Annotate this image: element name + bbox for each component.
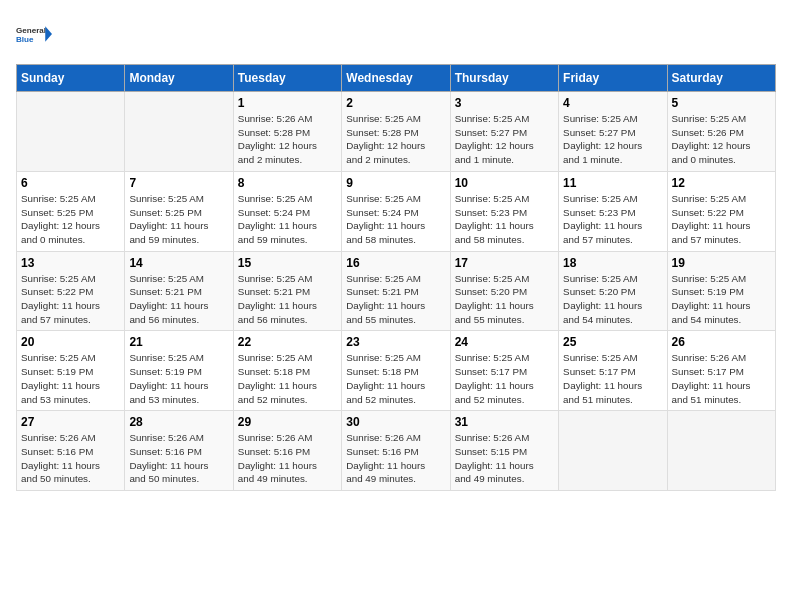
day-info: Sunrise: 5:25 AM Sunset: 5:17 PM Dayligh…	[455, 351, 554, 406]
day-number: 3	[455, 96, 554, 110]
weekday-header: Thursday	[450, 65, 558, 92]
svg-marker-2	[45, 26, 52, 41]
logo: GeneralBlue	[16, 16, 52, 52]
calendar-cell: 5Sunrise: 5:25 AM Sunset: 5:26 PM Daylig…	[667, 92, 775, 172]
day-info: Sunrise: 5:25 AM Sunset: 5:20 PM Dayligh…	[563, 272, 662, 327]
calendar-cell: 4Sunrise: 5:25 AM Sunset: 5:27 PM Daylig…	[559, 92, 667, 172]
calendar-cell: 13Sunrise: 5:25 AM Sunset: 5:22 PM Dayli…	[17, 251, 125, 331]
calendar-cell: 20Sunrise: 5:25 AM Sunset: 5:19 PM Dayli…	[17, 331, 125, 411]
day-info: Sunrise: 5:26 AM Sunset: 5:28 PM Dayligh…	[238, 112, 337, 167]
calendar-week-row: 13Sunrise: 5:25 AM Sunset: 5:22 PM Dayli…	[17, 251, 776, 331]
calendar-week-row: 6Sunrise: 5:25 AM Sunset: 5:25 PM Daylig…	[17, 171, 776, 251]
day-number: 31	[455, 415, 554, 429]
calendar-cell: 10Sunrise: 5:25 AM Sunset: 5:23 PM Dayli…	[450, 171, 558, 251]
day-number: 6	[21, 176, 120, 190]
day-number: 21	[129, 335, 228, 349]
calendar-cell	[125, 92, 233, 172]
day-number: 11	[563, 176, 662, 190]
weekday-header: Friday	[559, 65, 667, 92]
day-info: Sunrise: 5:25 AM Sunset: 5:20 PM Dayligh…	[455, 272, 554, 327]
logo-icon: GeneralBlue	[16, 16, 52, 52]
calendar-cell: 12Sunrise: 5:25 AM Sunset: 5:22 PM Dayli…	[667, 171, 775, 251]
day-info: Sunrise: 5:25 AM Sunset: 5:18 PM Dayligh…	[238, 351, 337, 406]
day-info: Sunrise: 5:25 AM Sunset: 5:19 PM Dayligh…	[672, 272, 771, 327]
day-number: 29	[238, 415, 337, 429]
day-info: Sunrise: 5:26 AM Sunset: 5:17 PM Dayligh…	[672, 351, 771, 406]
weekday-header: Saturday	[667, 65, 775, 92]
calendar-week-row: 20Sunrise: 5:25 AM Sunset: 5:19 PM Dayli…	[17, 331, 776, 411]
svg-text:Blue: Blue	[16, 35, 34, 44]
day-info: Sunrise: 5:26 AM Sunset: 5:16 PM Dayligh…	[238, 431, 337, 486]
calendar-cell: 29Sunrise: 5:26 AM Sunset: 5:16 PM Dayli…	[233, 411, 341, 491]
calendar-cell: 9Sunrise: 5:25 AM Sunset: 5:24 PM Daylig…	[342, 171, 450, 251]
day-number: 10	[455, 176, 554, 190]
weekday-header: Monday	[125, 65, 233, 92]
calendar-cell: 22Sunrise: 5:25 AM Sunset: 5:18 PM Dayli…	[233, 331, 341, 411]
day-info: Sunrise: 5:25 AM Sunset: 5:26 PM Dayligh…	[672, 112, 771, 167]
calendar-cell: 24Sunrise: 5:25 AM Sunset: 5:17 PM Dayli…	[450, 331, 558, 411]
calendar-cell	[667, 411, 775, 491]
calendar-cell: 23Sunrise: 5:25 AM Sunset: 5:18 PM Dayli…	[342, 331, 450, 411]
day-info: Sunrise: 5:25 AM Sunset: 5:28 PM Dayligh…	[346, 112, 445, 167]
calendar-cell: 2Sunrise: 5:25 AM Sunset: 5:28 PM Daylig…	[342, 92, 450, 172]
svg-text:General: General	[16, 26, 46, 35]
calendar-cell: 11Sunrise: 5:25 AM Sunset: 5:23 PM Dayli…	[559, 171, 667, 251]
calendar-cell	[559, 411, 667, 491]
calendar-cell: 25Sunrise: 5:25 AM Sunset: 5:17 PM Dayli…	[559, 331, 667, 411]
day-info: Sunrise: 5:25 AM Sunset: 5:23 PM Dayligh…	[563, 192, 662, 247]
calendar-cell: 21Sunrise: 5:25 AM Sunset: 5:19 PM Dayli…	[125, 331, 233, 411]
day-info: Sunrise: 5:25 AM Sunset: 5:21 PM Dayligh…	[238, 272, 337, 327]
day-info: Sunrise: 5:26 AM Sunset: 5:15 PM Dayligh…	[455, 431, 554, 486]
calendar-cell: 26Sunrise: 5:26 AM Sunset: 5:17 PM Dayli…	[667, 331, 775, 411]
calendar-cell: 27Sunrise: 5:26 AM Sunset: 5:16 PM Dayli…	[17, 411, 125, 491]
day-info: Sunrise: 5:25 AM Sunset: 5:21 PM Dayligh…	[346, 272, 445, 327]
day-info: Sunrise: 5:25 AM Sunset: 5:19 PM Dayligh…	[21, 351, 120, 406]
day-info: Sunrise: 5:25 AM Sunset: 5:18 PM Dayligh…	[346, 351, 445, 406]
day-number: 24	[455, 335, 554, 349]
day-info: Sunrise: 5:25 AM Sunset: 5:22 PM Dayligh…	[672, 192, 771, 247]
calendar-cell: 30Sunrise: 5:26 AM Sunset: 5:16 PM Dayli…	[342, 411, 450, 491]
day-number: 7	[129, 176, 228, 190]
day-number: 27	[21, 415, 120, 429]
calendar-cell: 1Sunrise: 5:26 AM Sunset: 5:28 PM Daylig…	[233, 92, 341, 172]
calendar-cell: 19Sunrise: 5:25 AM Sunset: 5:19 PM Dayli…	[667, 251, 775, 331]
calendar-cell: 28Sunrise: 5:26 AM Sunset: 5:16 PM Dayli…	[125, 411, 233, 491]
day-info: Sunrise: 5:25 AM Sunset: 5:25 PM Dayligh…	[21, 192, 120, 247]
day-number: 18	[563, 256, 662, 270]
weekday-header: Tuesday	[233, 65, 341, 92]
day-number: 20	[21, 335, 120, 349]
day-number: 28	[129, 415, 228, 429]
day-number: 23	[346, 335, 445, 349]
calendar-cell: 15Sunrise: 5:25 AM Sunset: 5:21 PM Dayli…	[233, 251, 341, 331]
calendar-cell: 3Sunrise: 5:25 AM Sunset: 5:27 PM Daylig…	[450, 92, 558, 172]
day-info: Sunrise: 5:25 AM Sunset: 5:24 PM Dayligh…	[346, 192, 445, 247]
weekday-header: Wednesday	[342, 65, 450, 92]
calendar-cell	[17, 92, 125, 172]
day-number: 4	[563, 96, 662, 110]
day-info: Sunrise: 5:26 AM Sunset: 5:16 PM Dayligh…	[346, 431, 445, 486]
calendar-cell: 16Sunrise: 5:25 AM Sunset: 5:21 PM Dayli…	[342, 251, 450, 331]
day-info: Sunrise: 5:25 AM Sunset: 5:19 PM Dayligh…	[129, 351, 228, 406]
calendar-cell: 17Sunrise: 5:25 AM Sunset: 5:20 PM Dayli…	[450, 251, 558, 331]
day-number: 16	[346, 256, 445, 270]
day-number: 30	[346, 415, 445, 429]
day-info: Sunrise: 5:25 AM Sunset: 5:27 PM Dayligh…	[455, 112, 554, 167]
day-number: 12	[672, 176, 771, 190]
day-number: 14	[129, 256, 228, 270]
day-info: Sunrise: 5:25 AM Sunset: 5:24 PM Dayligh…	[238, 192, 337, 247]
weekday-header: Sunday	[17, 65, 125, 92]
calendar-cell: 7Sunrise: 5:25 AM Sunset: 5:25 PM Daylig…	[125, 171, 233, 251]
calendar-table: SundayMondayTuesdayWednesdayThursdayFrid…	[16, 64, 776, 491]
day-number: 26	[672, 335, 771, 349]
day-info: Sunrise: 5:25 AM Sunset: 5:27 PM Dayligh…	[563, 112, 662, 167]
day-info: Sunrise: 5:25 AM Sunset: 5:23 PM Dayligh…	[455, 192, 554, 247]
header: GeneralBlue	[16, 16, 776, 52]
day-number: 8	[238, 176, 337, 190]
day-info: Sunrise: 5:26 AM Sunset: 5:16 PM Dayligh…	[21, 431, 120, 486]
calendar-cell: 18Sunrise: 5:25 AM Sunset: 5:20 PM Dayli…	[559, 251, 667, 331]
calendar-cell: 31Sunrise: 5:26 AM Sunset: 5:15 PM Dayli…	[450, 411, 558, 491]
calendar-header-row: SundayMondayTuesdayWednesdayThursdayFrid…	[17, 65, 776, 92]
calendar-cell: 8Sunrise: 5:25 AM Sunset: 5:24 PM Daylig…	[233, 171, 341, 251]
day-number: 15	[238, 256, 337, 270]
day-number: 9	[346, 176, 445, 190]
